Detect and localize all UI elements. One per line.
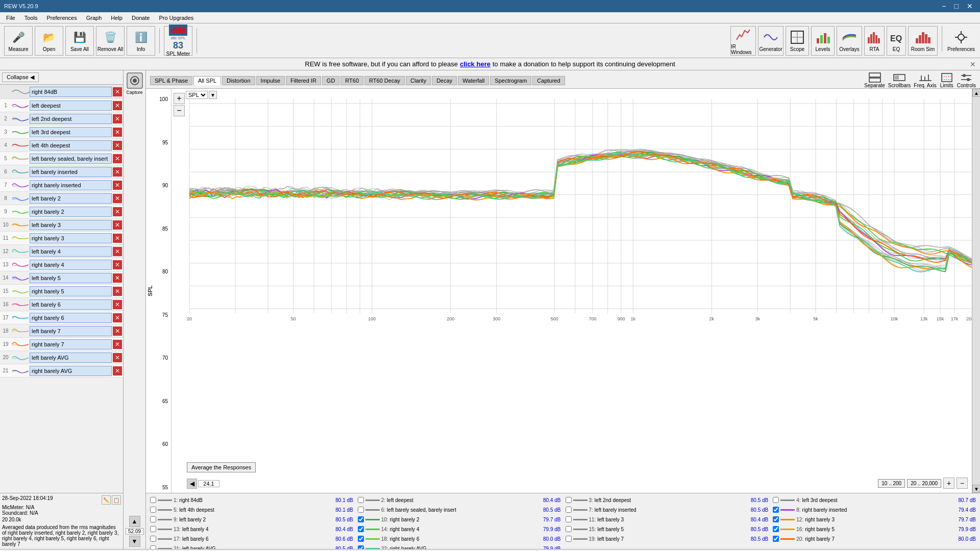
- room-sim-button[interactable]: Room Sim: [908, 26, 938, 56]
- legend-checkbox[interactable]: [566, 516, 572, 522]
- donation-link[interactable]: click here: [460, 60, 491, 68]
- legend-checkbox[interactable]: [358, 545, 364, 549]
- measurement-name-label[interactable]: left barely 5: [30, 273, 112, 283]
- spl-meter-button[interactable]: dBi SPL 83 SPL Meter: [164, 26, 192, 56]
- chart-tab[interactable]: Filtered IR: [286, 76, 321, 85]
- scroll-right-down[interactable]: ▼: [972, 485, 980, 493]
- rta-button[interactable]: RTA: [864, 26, 885, 56]
- menu-help[interactable]: Help: [107, 14, 127, 22]
- legend-checkbox[interactable]: [358, 507, 364, 513]
- info-button[interactable]: ℹ️ Info: [127, 26, 155, 56]
- measurement-delete-button[interactable]: ✕: [113, 234, 122, 243]
- measurement-name-label[interactable]: right barely 2: [30, 207, 112, 217]
- menu-graph[interactable]: Graph: [82, 14, 106, 22]
- legend-checkbox[interactable]: [358, 526, 364, 532]
- scroll-down-button[interactable]: ▼: [129, 536, 140, 547]
- legend-checkbox[interactable]: [358, 497, 364, 503]
- zoom-out-button[interactable]: −: [174, 105, 185, 116]
- open-button[interactable]: 📂 Open: [35, 26, 63, 56]
- chart-tab[interactable]: RT60: [340, 76, 363, 85]
- legend-checkbox[interactable]: [150, 507, 156, 513]
- measurement-delete-button[interactable]: ✕: [113, 340, 122, 349]
- x-back-button[interactable]: ◀: [187, 479, 197, 489]
- legend-checkbox[interactable]: [150, 516, 156, 522]
- spl-select[interactable]: SPL: [186, 91, 208, 99]
- measurement-name-label[interactable]: left barely inserted: [30, 167, 112, 177]
- measurement-name-label[interactable]: left barely sealed, barely insert: [30, 154, 112, 164]
- legend-checkbox[interactable]: [150, 526, 156, 532]
- chart-svg[interactable]: 20501002003005007009001k2k3k5k10k13k15k1…: [172, 89, 972, 493]
- measurement-name-label[interactable]: left 4th deepest: [30, 140, 112, 151]
- chart-tab[interactable]: Distortion: [222, 76, 255, 85]
- scrollbars-button[interactable]: Scrollbars: [888, 72, 911, 88]
- chart-tab[interactable]: Clarity: [406, 76, 431, 85]
- measurement-delete-button[interactable]: ✕: [113, 101, 122, 110]
- save-all-button[interactable]: 💾 Save All: [65, 26, 94, 56]
- legend-checkbox[interactable]: [358, 516, 364, 522]
- measurement-delete-button[interactable]: ✕: [113, 114, 122, 123]
- measurement-delete-button[interactable]: ✕: [113, 287, 122, 296]
- measurement-name-label[interactable]: right barely 3: [30, 233, 112, 243]
- measurement-delete-button[interactable]: ✕: [113, 207, 122, 216]
- generator-button[interactable]: Generator: [758, 26, 783, 56]
- top-measurement-name[interactable]: right 84dB: [30, 87, 112, 97]
- minimize-button[interactable]: −: [939, 2, 949, 10]
- capture-button[interactable]: [127, 72, 143, 89]
- measurement-delete-button[interactable]: ✕: [113, 167, 122, 177]
- chart-tab[interactable]: Spectrogram: [490, 76, 531, 85]
- measurement-name-label[interactable]: right barely 5: [30, 286, 112, 296]
- menu-pro-upgrades[interactable]: Pro Upgrades: [155, 14, 198, 22]
- scroll-track[interactable]: [972, 97, 980, 485]
- avg-response-button[interactable]: Average the Responses: [187, 462, 256, 472]
- measurement-name-label[interactable]: left barely 3: [30, 220, 112, 230]
- levels-button[interactable]: Levels: [811, 26, 835, 56]
- legend-checkbox[interactable]: [773, 526, 779, 532]
- measure-button[interactable]: 🎤 Measure: [4, 26, 33, 56]
- overlays-button[interactable]: Overlays: [837, 26, 862, 56]
- legend-checkbox[interactable]: [773, 516, 779, 522]
- scope-button[interactable]: Scope: [786, 26, 809, 56]
- measurement-delete-button[interactable]: ✕: [113, 313, 122, 322]
- zoom-in-button[interactable]: +: [174, 93, 185, 104]
- measurement-name-label[interactable]: right barely AVG: [30, 366, 112, 376]
- legend-checkbox[interactable]: [358, 536, 364, 542]
- spl-dropdown-button[interactable]: ▼: [209, 91, 217, 99]
- info-edit-button[interactable]: ✏️: [102, 495, 111, 505]
- measurement-name-label[interactable]: right barely 7: [30, 339, 112, 349]
- scroll-right-up[interactable]: ▲: [972, 89, 980, 97]
- scroll-value-input[interactable]: [126, 528, 144, 535]
- measurement-delete-button[interactable]: ✕: [113, 366, 122, 375]
- x-value-input[interactable]: [198, 480, 219, 487]
- measurement-delete-button[interactable]: ✕: [113, 260, 122, 269]
- maximize-button[interactable]: □: [951, 2, 962, 10]
- measurement-name-label[interactable]: left barely 2: [30, 193, 112, 204]
- legend-checkbox[interactable]: [150, 497, 156, 503]
- ir-windows-button[interactable]: IR Windows: [730, 26, 756, 56]
- measurement-name-label[interactable]: right barely 4: [30, 260, 112, 270]
- measurement-name-label[interactable]: left barely AVG: [30, 353, 112, 363]
- chart-tab[interactable]: All SPL: [193, 76, 221, 85]
- measurement-name-label[interactable]: left barely 7: [30, 326, 112, 336]
- menu-tools[interactable]: Tools: [20, 14, 42, 22]
- menu-donate[interactable]: Donate: [128, 14, 154, 22]
- legend-checkbox[interactable]: [773, 507, 779, 513]
- controls-button[interactable]: Controls: [957, 72, 976, 88]
- measurement-delete-button[interactable]: ✕: [113, 194, 122, 203]
- eq-button[interactable]: EQ EQ: [887, 26, 906, 56]
- legend-checkbox[interactable]: [773, 536, 779, 542]
- menu-preferences[interactable]: Preferences: [42, 14, 81, 22]
- chart-tab[interactable]: GD: [322, 76, 340, 85]
- info-save-button[interactable]: 📋: [112, 495, 121, 505]
- donation-close-button[interactable]: ✕: [970, 60, 976, 68]
- measurement-delete-button[interactable]: ✕: [113, 273, 122, 283]
- top-delete-button[interactable]: ✕: [113, 87, 122, 96]
- measurement-name-label[interactable]: left barely 6: [30, 299, 112, 310]
- legend-checkbox[interactable]: [566, 497, 572, 503]
- close-button[interactable]: ✕: [964, 2, 976, 10]
- measurement-delete-button[interactable]: ✕: [113, 154, 122, 163]
- measurement-delete-button[interactable]: ✕: [113, 353, 122, 362]
- chart-tab[interactable]: SPL & Phase: [150, 76, 192, 85]
- measurement-delete-button[interactable]: ✕: [113, 181, 122, 190]
- legend-checkbox[interactable]: [566, 536, 572, 542]
- legend-checkbox[interactable]: [150, 545, 156, 549]
